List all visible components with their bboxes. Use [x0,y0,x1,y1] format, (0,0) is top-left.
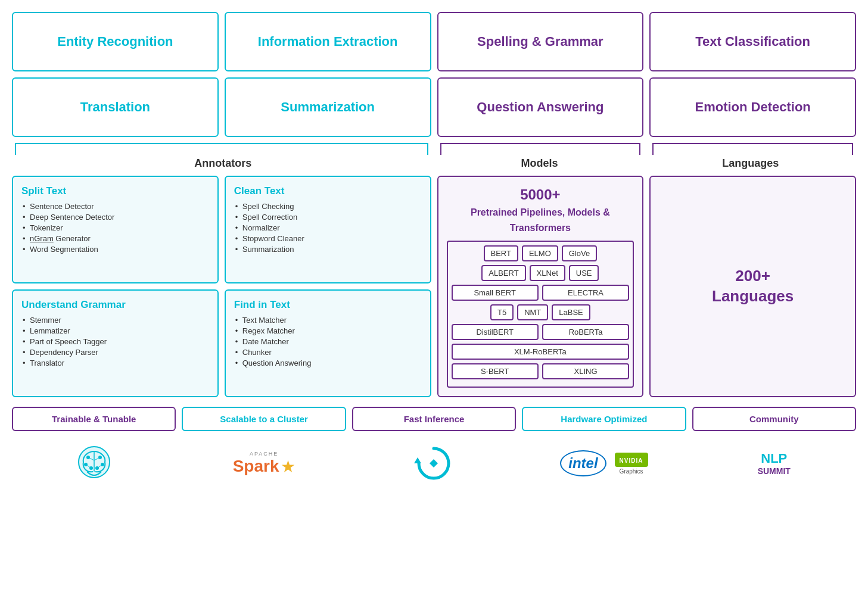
nvidia-logo: NVIDIA Graphics [615,453,648,475]
list-item: Spell Correction [234,213,422,222]
model-bert: BERT [484,245,518,261]
languages-block: 200+ Languages [649,176,856,397]
card-translation[interactable]: Translation [12,77,219,137]
languages-label: Languages [645,157,856,170]
list-item: Deep Sentence Detector [21,213,209,222]
model-row: XLM-RoBERTa [452,344,630,360]
list-item: Word Segmentation [21,245,209,254]
card-emotion-detection[interactable]: Emotion Detection [649,77,856,137]
top-grid-row1: Entity Recognition Information Extractio… [12,12,856,71]
list-item: Spell Checking [234,202,422,211]
model-labse: LaBSE [552,304,590,320]
card-text-classification[interactable]: Text Classification [649,12,856,71]
list-item: Summarization [234,245,422,254]
card-split-text: Split Text Sentence Detector Deep Senten… [12,176,219,283]
understand-grammar-title: Understand Grammar [21,299,209,311]
model-sbert: S-BERT [452,363,539,379]
split-text-title: Split Text [21,185,209,197]
list-item: Tokenizer [21,223,209,232]
model-xling: XLING [542,363,629,379]
card-find-in-text: Find in Text Text Matcher Regex Matcher … [225,289,431,397]
section-labels: Annotators Models Languages [12,157,856,170]
annotators-label: Annotators [12,157,434,170]
model-glove: GloVe [562,245,597,261]
models-title: 5000+ Pretrained Pipelines, Models & Tra… [447,185,634,235]
card-clean-text: Clean Text Spell Checking Spell Correcti… [225,176,431,283]
list-item: Date Matcher [234,337,422,346]
inference-icon [413,442,455,484]
model-row: ALBERT XLNet USE [452,265,630,281]
languages-bracket [652,143,853,155]
bottom-badges: Trainable & Tunable Scalable to a Cluste… [12,407,856,431]
badge-fast-inference[interactable]: Fast Inference [352,407,516,431]
list-item: nGram Generator [21,234,209,243]
card-question-answering[interactable]: Question Answering [437,77,644,137]
list-item: Dependency Parser [21,348,209,357]
list-item: Chunker [234,348,422,357]
models-label: Models [434,157,645,170]
bracket-row [12,143,856,155]
nlp-summit-logo: NLP SUMMIT [758,451,791,476]
card-spelling-grammar[interactable]: Spelling & Grammar [437,12,644,71]
list-item: Part of Speech Tagger [21,337,209,346]
nlp-summit-cell: NLP SUMMIT [692,440,856,487]
nlp-text: NLP [758,451,791,466]
models-bracket [440,143,641,155]
badge-scalable[interactable]: Scalable to a Cluster [182,407,346,431]
model-row: T5 NMT LaBSE [452,304,630,320]
list-item: Text Matcher [234,316,422,325]
list-item: Lemmatizer [21,326,209,335]
model-roberta: RoBERTa [542,324,629,340]
model-elmo: ELMO [522,245,558,261]
annotators-block: Split Text Sentence Detector Deep Senten… [12,176,431,397]
model-albert: ALBERT [481,265,525,281]
list-item: Stopword Cleaner [234,234,422,243]
list-item: Regex Matcher [234,326,422,335]
spark-star-icon: ★ [281,457,295,476]
list-item: Normalizer [234,223,422,232]
list-item: Stemmer [21,316,209,325]
brain-logo-cell [12,440,176,487]
spark-logo-cell: APACHE Spark ★ [182,440,346,487]
inference-logo-cell [352,440,516,487]
models-block: 5000+ Pretrained Pipelines, Models & Tra… [437,176,644,397]
find-in-text-title: Find in Text [234,299,422,311]
top-grid-row2: Translation Summarization Question Answe… [12,77,856,137]
summit-text: SUMMIT [758,466,791,476]
split-text-list: Sentence Detector Deep Sentence Detector… [21,202,209,254]
spark-apache-text: APACHE [250,451,278,457]
model-nmt: NMT [517,304,548,320]
list-item: Sentence Detector [21,202,209,211]
model-use: USE [569,265,599,281]
model-electra: ELECTRA [542,285,629,301]
card-understand-grammar: Understand Grammar Stemmer Lemmatizer Pa… [12,289,219,397]
spark-text: Spark [233,457,279,476]
card-entity-recognition[interactable]: Entity Recognition [12,12,219,71]
list-item: Translator [21,359,209,367]
badge-hardware[interactable]: Hardware Optimized [522,407,686,431]
badge-trainable[interactable]: Trainable & Tunable [12,407,176,431]
models-inner-grid: BERT ELMO GloVe ALBERT XLNet USE Small B… [447,241,634,388]
model-xlnet: XLNet [530,265,565,281]
logos-row: APACHE Spark ★ intel NVIDIA Graph [12,440,856,487]
model-row: S-BERT XLING [452,363,630,379]
svg-marker-12 [414,457,421,463]
badge-community[interactable]: Community [692,407,856,431]
middle-section: Split Text Sentence Detector Deep Senten… [12,176,856,397]
languages-count: 200+ Languages [712,266,794,307]
model-distilbert: DistilBERT [452,324,539,340]
model-xlm-roberta: XLM-RoBERTa [452,344,630,360]
model-small-bert: Small BERT [452,285,539,301]
model-t5: T5 [490,304,514,320]
model-row: DistilBERT RoBERTa [452,324,630,340]
spark-logo: APACHE Spark ★ [233,451,295,476]
card-information-extraction[interactable]: Information Extraction [225,12,431,71]
brain-icon [70,440,118,487]
clean-text-title: Clean Text [234,185,422,197]
card-summarization[interactable]: Summarization [225,77,431,137]
find-in-text-list: Text Matcher Regex Matcher Date Matcher … [234,316,422,367]
list-item: Question Answering [234,359,422,367]
hardware-logos-cell: intel NVIDIA Graphics [522,440,686,487]
model-row: BERT ELMO GloVe [452,245,630,261]
clean-text-list: Spell Checking Spell Correction Normaliz… [234,202,422,254]
